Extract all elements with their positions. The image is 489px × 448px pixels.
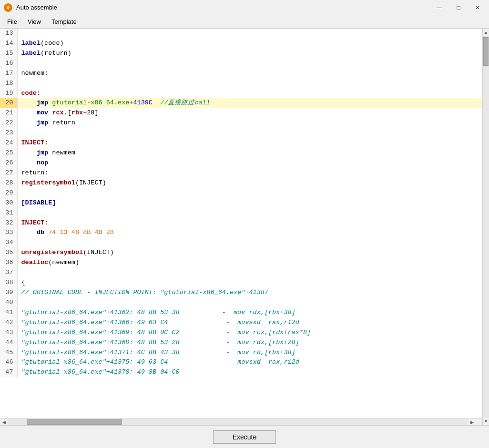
execute-bar: Execute <box>0 425 489 448</box>
main-area: 13 14 label(code) 15 label(return) <box>0 29 489 425</box>
table-row: 40 <box>0 298 482 308</box>
code-cell: jmp newmem <box>17 148 482 158</box>
code-cell: INJECT: <box>17 218 482 228</box>
code-cell: "gtutorial-x86_64.exe"+41371: 4C 8B 43 3… <box>17 348 482 358</box>
table-row: 21 mov rcx,[rbx+28] <box>0 108 482 118</box>
vertical-scroll-thumb[interactable] <box>483 37 489 66</box>
keyword: jmp <box>37 149 48 156</box>
horizontal-scrollbar[interactable]: ◀ ▶ <box>0 419 476 425</box>
table-row: 19 code: <box>0 89 482 99</box>
table-row: 17 newmem: <box>0 69 482 79</box>
maximize-button[interactable]: □ <box>451 2 466 13</box>
original-comment: // ORIGINAL CODE - INJECTION POINT: "gtu… <box>21 289 268 296</box>
table-row: 15 label(return) <box>0 49 482 59</box>
code-cell: "gtutorial-x86_64.exe"+41366: 49 63 C4 -… <box>17 318 482 328</box>
orig-asm-line: "gtutorial-x86_64.exe"+41378: 49 8B 04 C… <box>21 368 180 376</box>
execute-button[interactable]: Execute <box>213 430 276 444</box>
table-row: 39 // ORIGINAL CODE - INJECTION POINT: "… <box>0 288 482 298</box>
section-label: INJECT: <box>21 219 49 226</box>
menu-view[interactable]: View <box>22 16 46 28</box>
table-row: 29 <box>0 188 482 198</box>
function-call: registersymbol <box>21 179 75 186</box>
keyword: nop <box>37 159 48 166</box>
table-row: 18 <box>0 79 482 89</box>
code-cell: // ORIGINAL CODE - INJECTION POINT: "gtu… <box>17 288 482 298</box>
section-label: code: <box>21 90 41 97</box>
table-row: 35 unregistersymbol(INJECT) <box>0 248 482 258</box>
table-row: 22 jmp return <box>0 118 482 128</box>
line-number: 46 <box>0 357 17 367</box>
code-cell: jmp gtutorial-x86_64.exe+4139C //直接跳过cal… <box>17 98 482 108</box>
code-cell: nop <box>17 158 482 168</box>
code-cell <box>17 268 482 278</box>
function-call: unregistersymbol <box>21 249 83 256</box>
menu-file[interactable]: File <box>2 16 22 28</box>
address: gtutorial-x86_64.exe+4139C <box>52 99 153 106</box>
register: rbx <box>71 109 83 116</box>
line-number: 25 <box>0 148 17 158</box>
table-row: 26 nop <box>0 158 482 168</box>
table-row: 14 label(code) <box>0 39 482 49</box>
line-number: 33 <box>0 228 17 238</box>
code-cell: "gtutorial-x86_64.exe"+41369: 48 8B 0C C… <box>17 328 482 338</box>
code-cell: return: <box>17 168 482 178</box>
line-number: 21 <box>0 108 17 118</box>
scroll-right-arrow[interactable]: ▶ <box>468 419 476 426</box>
code-cell <box>17 59 482 69</box>
comment: //直接跳过call <box>160 99 210 106</box>
minimize-button[interactable]: — <box>432 2 447 13</box>
line-number: 15 <box>0 49 17 59</box>
keyword: label <box>21 40 41 47</box>
code-cell <box>17 238 482 248</box>
horizontal-scroll-track[interactable] <box>8 419 468 425</box>
keyword: jmp <box>37 99 48 106</box>
line-number: 39 <box>0 288 17 298</box>
code-cell: INJECT: <box>17 138 482 148</box>
code-cell: db 74 13 48 8B 4B 28 <box>17 228 482 238</box>
orig-asm-line: "gtutorial-x86_64.exe"+41366: 49 63 C4 -… <box>21 319 299 326</box>
code-scroll-area[interactable]: 13 14 label(code) 15 label(return) <box>0 29 482 418</box>
function-call: dealloc <box>21 259 49 266</box>
line-number: 18 <box>0 79 17 89</box>
scroll-down-arrow[interactable]: ▼ <box>483 417 489 425</box>
line-number: 29 <box>0 188 17 198</box>
orig-asm-line: "gtutorial-x86_64.exe"+41375: 49 63 C4 -… <box>21 358 299 366</box>
table-row: 28 registersymbol(INJECT) <box>0 178 482 188</box>
vertical-scrollbar[interactable]: ▲ ▼ <box>482 29 489 425</box>
line-number: 35 <box>0 248 17 258</box>
code-cell <box>17 298 482 308</box>
line-number: 41 <box>0 308 17 318</box>
line-number: 13 <box>0 29 17 39</box>
code-cell: newmem: <box>17 69 482 79</box>
scrollbar-corner <box>476 419 482 425</box>
table-row: 43 "gtutorial-x86_64.exe"+41369: 48 8B 0… <box>0 328 482 338</box>
table-row: 38 { <box>0 278 482 288</box>
code-cell: "gtutorial-x86_64.exe"+4136D: 48 8B 53 2… <box>17 338 482 348</box>
code-cell: code: <box>17 89 482 99</box>
horizontal-scrollbar-area: ◀ ▶ <box>0 418 482 425</box>
vertical-scroll-track[interactable] <box>483 36 489 417</box>
table-row: 32 INJECT: <box>0 218 482 228</box>
table-row: 47 "gtutorial-x86_64.exe"+41378: 49 8B 0… <box>0 367 482 377</box>
keyword: jmp <box>37 119 48 126</box>
hex-value: 4139C <box>133 99 153 106</box>
table-row: 36 dealloc(newmem) <box>0 258 482 268</box>
keyword: mov <box>37 109 48 116</box>
line-number: 37 <box>0 268 17 278</box>
close-button[interactable]: ✕ <box>470 2 485 13</box>
line-number: 16 <box>0 59 17 69</box>
table-row: 33 db 74 13 48 8B 4B 28 <box>0 228 482 238</box>
table-row: 42 "gtutorial-x86_64.exe"+41366: 49 63 C… <box>0 318 482 328</box>
line-number: 17 <box>0 69 17 79</box>
code-cell: unregistersymbol(INJECT) <box>17 248 482 258</box>
register: rcx <box>52 109 63 116</box>
horizontal-scroll-thumb[interactable] <box>27 419 122 425</box>
scroll-left-arrow[interactable]: ◀ <box>0 419 8 426</box>
code-cell <box>17 208 482 218</box>
db-values: 74 13 48 8B 4B 28 <box>48 229 114 236</box>
code-cell: "gtutorial-x86_64.exe"+41375: 49 63 C4 -… <box>17 357 482 367</box>
menu-template[interactable]: Template <box>46 16 82 28</box>
scroll-up-arrow[interactable]: ▲ <box>483 29 489 36</box>
section-label: INJECT: <box>21 139 49 146</box>
line-number: 47 <box>0 367 17 377</box>
